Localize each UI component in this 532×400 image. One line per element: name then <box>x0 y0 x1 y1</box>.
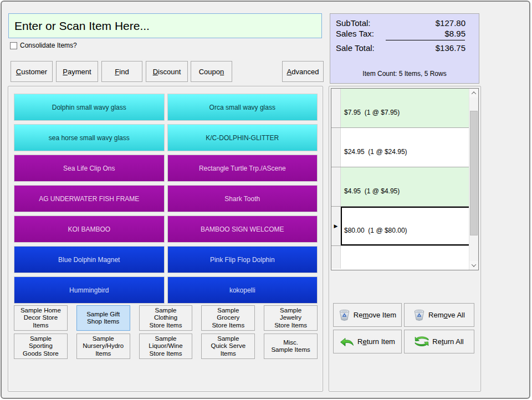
row-selector-gutter <box>331 246 341 269</box>
product-button[interactable]: Blue Dolphin Magnet <box>14 246 165 273</box>
discount-button[interactable]: Discount <box>146 61 188 82</box>
label-accel: m <box>362 311 369 319</box>
remove-all-button[interactable]: Remove All <box>404 303 474 327</box>
cart-row[interactable]: $7.95 (1 @ $7.95) Taxable Shark Tooth <box>331 89 478 128</box>
label-post: ayment <box>68 68 91 76</box>
category-button[interactable]: Sample Clothing Store Items <box>139 305 193 331</box>
coupon-button[interactable]: Coupon <box>191 61 232 82</box>
advanced-button[interactable]: Advanced <box>282 61 324 82</box>
cart-item-price: $80.00 (1 @ $80.00) <box>344 226 475 235</box>
sale-total-label: Sale Total: <box>336 43 375 53</box>
label-accel: e <box>362 337 366 346</box>
product-button[interactable]: Orca small wavy glass <box>167 94 318 121</box>
find-button[interactable]: Find <box>101 61 142 82</box>
sales-tax-label: Sales Tax: <box>336 28 374 39</box>
button-label: Remove All <box>428 311 465 319</box>
payment-button[interactable]: Payment <box>56 61 98 82</box>
cart-item: $80.00 (1 @ $80.00) Taxable Bug Jar Larg… <box>341 207 478 245</box>
label-pre: Re <box>432 337 442 346</box>
scrollbar-thumb[interactable] <box>470 111 478 235</box>
consolidate-label: Consolidate Items? <box>20 42 77 49</box>
cart-row-selected[interactable]: ▶ $80.00 (1 @ $80.00) Taxable Bug Jar La… <box>331 207 478 246</box>
label-accel: n <box>220 68 224 76</box>
product-button[interactable]: kokopelli <box>167 276 318 304</box>
label-pre: Rem <box>428 311 443 319</box>
category-button[interactable]: Sample Sporting Goods Store <box>14 334 68 359</box>
button-label: Return All <box>432 337 463 346</box>
consolidate-checkbox[interactable] <box>10 42 17 49</box>
row-selector-gutter <box>331 89 341 127</box>
product-button[interactable]: Dolphin small wavy glass <box>14 94 165 121</box>
category-button[interactable]: Misc. Sample Items <box>264 334 318 359</box>
green-return-arrow-icon <box>340 336 354 347</box>
label-post: iscount <box>158 68 181 76</box>
label-post: ove Item <box>369 311 396 319</box>
category-button[interactable]: Sample Jewelry Store Items <box>264 305 318 331</box>
product-grid: Dolphin small wavy glass Orca small wavy… <box>14 94 318 304</box>
recycle-bin-icon <box>339 309 350 321</box>
subtotal-label: SubTotal: <box>336 18 371 28</box>
product-button[interactable]: sea horse small wavy glass <box>14 124 165 151</box>
category-button[interactable]: Sample Quick Serve Items <box>201 334 255 359</box>
totals-panel: SubTotal:$127.80 Sales Tax:$8.95 Sale To… <box>330 13 479 84</box>
scan-item-input[interactable] <box>8 13 322 38</box>
item-count: Item Count: 5 Items, 5 Rows <box>330 70 479 83</box>
label-pre: Re <box>354 311 363 319</box>
scroll-down-button[interactable] <box>469 261 478 270</box>
cart-item-price: $24.95 (1 @ $24.95) <box>344 147 475 156</box>
chevron-down-icon <box>472 262 476 266</box>
return-item-button[interactable]: Return Item <box>333 330 402 353</box>
consolidate-items-control[interactable]: Consolidate Items? <box>10 42 77 49</box>
category-button[interactable]: Sample Liquor/Wine Store Items <box>139 334 193 359</box>
category-grid: Sample Home Decor Store Items Sample Gif… <box>14 305 318 359</box>
customer-button[interactable]: Customer <box>11 61 53 82</box>
category-button[interactable]: Sample Grocery Store Items <box>201 305 255 331</box>
product-button[interactable]: Sea Life Clip Ons <box>14 155 165 182</box>
category-button-selected[interactable]: Sample Gift Shop Items <box>76 305 130 331</box>
cart-item: $4.95 (1 @ $4.95) Taxable Sea Life Clip … <box>341 167 478 206</box>
cart-item-price: $4.95 (1 @ $4.95) <box>344 187 475 196</box>
cart-empty-cell <box>341 246 478 269</box>
cart-item: $24.95 (1 @ $24.95) Taxable BAMBOO SIGN … <box>341 128 478 167</box>
button-label: Return Item <box>357 337 395 346</box>
totals-divider <box>386 40 465 40</box>
button-label: Remove Item <box>354 311 396 319</box>
category-button[interactable]: Sample Home Decor Store Items <box>14 305 68 331</box>
product-button[interactable]: AG UNDERWATER FISH FRAME <box>14 185 165 212</box>
label-post: ve All <box>448 311 465 319</box>
cart-item-price: $7.95 (1 @ $7.95) <box>344 108 475 117</box>
recycle-bin-icon <box>413 309 425 321</box>
row-selector-gutter <box>331 128 341 167</box>
row-selector-gutter <box>331 167 341 206</box>
label-post: urn All <box>444 337 464 346</box>
cart-scrollbar[interactable] <box>469 89 478 270</box>
product-button[interactable]: K/C-DOLPHIN-GLITTER <box>167 124 318 151</box>
label-post: ind <box>119 68 129 76</box>
label-post: dvanced <box>291 68 319 76</box>
label-accel: A <box>287 68 292 76</box>
product-button[interactable]: KOI BAMBOO <box>14 216 165 243</box>
return-all-button[interactable]: Return All <box>404 330 474 353</box>
current-row-arrow-icon: ▶ <box>334 223 338 229</box>
cart-empty-area <box>331 246 478 269</box>
product-button[interactable]: Shark Tooth <box>167 185 318 212</box>
cart-row[interactable]: $24.95 (1 @ $24.95) Taxable BAMBOO SIGN … <box>331 128 478 167</box>
label-accel: D <box>153 68 158 76</box>
product-button[interactable]: Rectangle Turtle Trp./AScene <box>167 155 318 182</box>
row-selector-gutter: ▶ <box>331 207 341 245</box>
category-button[interactable]: Sample Nursery/Hydro Items <box>76 334 130 359</box>
label-pre: Coupo <box>199 68 220 76</box>
subtotal-value: $127.80 <box>436 18 466 28</box>
product-button[interactable]: Hummingbird <box>14 276 165 304</box>
label-accel: C <box>16 68 21 76</box>
cart-item: $7.95 (1 @ $7.95) Taxable Shark Tooth <box>341 89 478 127</box>
label-pre: R <box>357 337 362 346</box>
cart-list: $7.95 (1 @ $7.95) Taxable Shark Tooth $2… <box>331 88 479 270</box>
product-button[interactable]: BAMBOO SIGN WELCOME <box>167 216 318 243</box>
scroll-up-button[interactable] <box>469 89 478 98</box>
remove-item-button[interactable]: Remove Item <box>333 303 402 327</box>
sale-total-value: $136.75 <box>436 43 466 53</box>
label-accel: P <box>63 68 68 76</box>
product-button[interactable]: Pink Flip Flop Dolphin <box>167 246 318 273</box>
cart-row[interactable]: $4.95 (1 @ $4.95) Taxable Sea Life Clip … <box>331 167 478 207</box>
